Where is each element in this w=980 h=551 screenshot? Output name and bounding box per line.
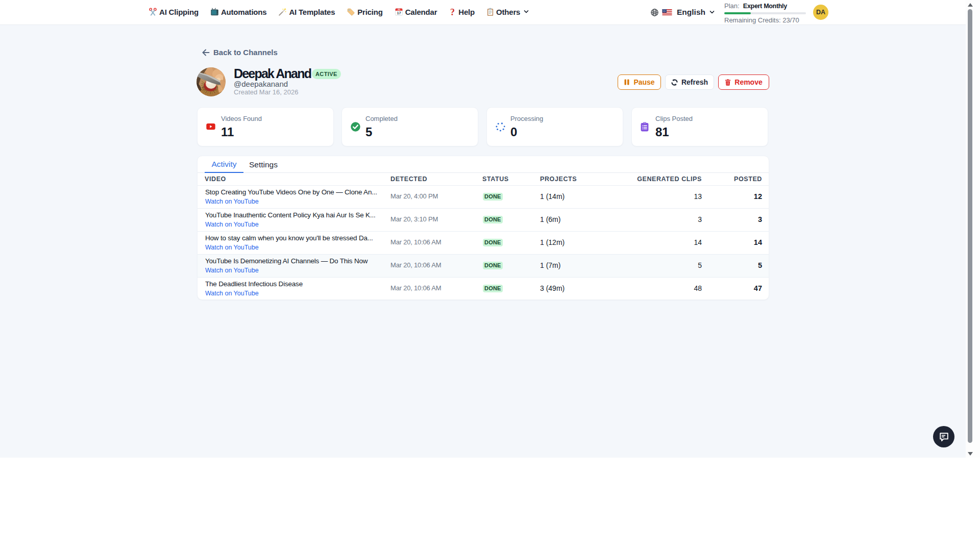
- svg-text:?: ?: [450, 8, 455, 16]
- svg-text:17: 17: [397, 11, 401, 15]
